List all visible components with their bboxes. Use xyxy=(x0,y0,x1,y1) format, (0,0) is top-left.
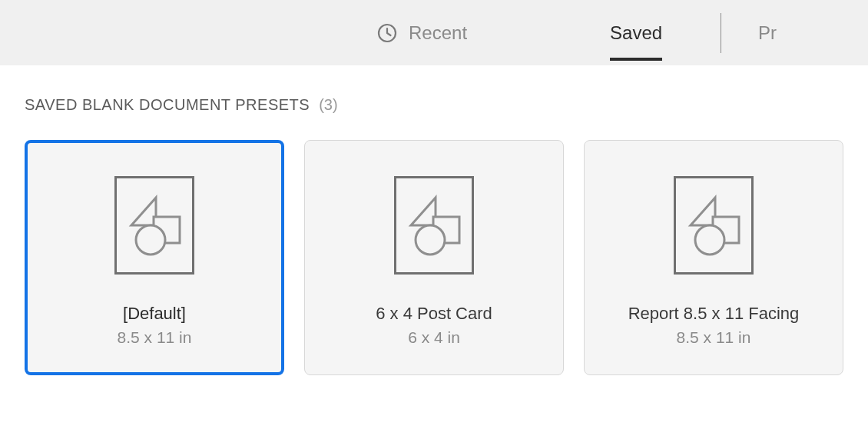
tab-saved-label: Saved xyxy=(610,22,662,44)
tab-truncated-label: Pr xyxy=(758,22,777,44)
tab-truncated[interactable]: Pr xyxy=(758,0,777,65)
preset-card-report[interactable]: Report 8.5 x 11 Facing 8.5 x 11 in xyxy=(584,140,843,375)
tab-saved[interactable]: Saved xyxy=(588,0,684,65)
preset-name: 6 x 4 Post Card xyxy=(376,304,492,324)
tab-recent-label: Recent xyxy=(409,22,467,44)
clock-icon xyxy=(376,22,398,44)
document-preset-icon xyxy=(114,176,194,275)
tab-recent[interactable]: Recent xyxy=(376,0,489,65)
preset-card-default[interactable]: [Default] 8.5 x 11 in xyxy=(25,140,284,375)
preset-name: Report 8.5 x 11 Facing xyxy=(628,304,800,324)
section-count: (3) xyxy=(319,96,337,114)
preset-card-postcard[interactable]: 6 x 4 Post Card 6 x 4 in xyxy=(304,140,564,375)
document-preset-icon xyxy=(674,176,754,275)
tab-divider xyxy=(721,13,721,53)
preset-name: [Default] xyxy=(123,304,186,324)
section-title: SAVED BLANK DOCUMENT PRESETS xyxy=(25,96,310,114)
top-tab-bar: Recent Saved Pr xyxy=(0,0,868,65)
preset-dimensions: 8.5 x 11 in xyxy=(677,328,751,347)
preset-dimensions: 6 x 4 in xyxy=(408,328,460,347)
svg-point-9 xyxy=(695,225,724,255)
presets-row: [Default] 8.5 x 11 in 6 x 4 Post Card 6 … xyxy=(25,140,843,375)
tab-active-underline xyxy=(610,58,662,61)
document-preset-icon xyxy=(394,176,474,275)
section-header: SAVED BLANK DOCUMENT PRESETS (3) xyxy=(25,96,843,114)
svg-point-3 xyxy=(136,225,165,255)
svg-point-6 xyxy=(416,225,445,255)
content-area: SAVED BLANK DOCUMENT PRESETS (3) [Defaul… xyxy=(0,65,868,375)
preset-dimensions: 8.5 x 11 in xyxy=(118,328,192,347)
